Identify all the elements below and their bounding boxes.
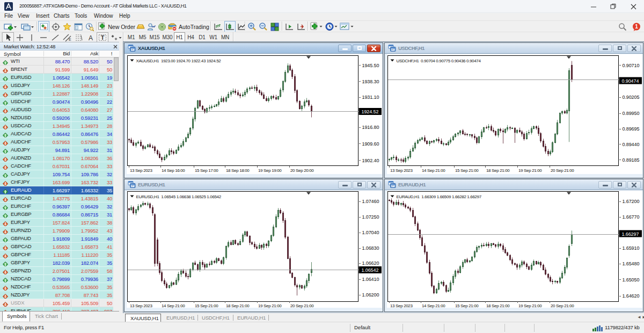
svg-text:1.65050: 1.65050 (623, 277, 640, 283)
svg-text:18 Sep 21:00: 18 Sep 21:00 (486, 168, 510, 173)
svg-text:19 Sep 21:00: 19 Sep 21:00 (518, 168, 542, 173)
svg-text:1.07040: 1.07040 (362, 230, 379, 235)
svg-text:14 Sep 21:00: 14 Sep 21:00 (422, 168, 445, 173)
svg-text:0.90710: 0.90710 (623, 63, 640, 68)
svg-text:1.64620: 1.64620 (623, 293, 640, 299)
svg-text:15 Sep 17:00: 15 Sep 17:00 (195, 168, 218, 173)
svg-text:19 Sep 21:00: 19 Sep 21:00 (258, 303, 282, 308)
svg-text:19 Sep 19:00: 19 Sep 19:00 (258, 168, 282, 173)
svg-text:0.89695: 0.89695 (623, 126, 640, 132)
svg-text:T: T (101, 34, 105, 41)
svg-text:0.89185: 0.89185 (623, 157, 640, 163)
svg-text:1909.60: 1909.60 (362, 141, 379, 147)
svg-text:13 Sep 2023: 13 Sep 2023 (130, 303, 152, 308)
svg-text:14 Sep 16:00: 14 Sep 16:00 (162, 168, 185, 173)
svg-text:18 Sep 18:00: 18 Sep 18:00 (226, 168, 250, 173)
svg-text:E: E (69, 38, 71, 41)
svg-text:EURAUD,H1 1.66309 1.66509 1.6: EURAUD,H1 1.66309 1.66509 1.66282 1.6629… (397, 194, 482, 199)
svg-text:1916.80: 1916.80 (362, 125, 379, 130)
svg-text:15 Sep 21:00: 15 Sep 21:00 (455, 168, 479, 173)
svg-text:19 Sep 21:00: 19 Sep 21:00 (518, 303, 542, 308)
svg-text:1.65480: 1.65480 (623, 261, 640, 266)
svg-text:1.65910: 1.65910 (623, 245, 640, 251)
svg-text:1.06830: 1.06830 (362, 245, 379, 251)
svg-text:1.67200: 1.67200 (623, 199, 640, 204)
svg-text:15 Sep 21:00: 15 Sep 21:00 (195, 303, 218, 308)
svg-text:EURUSD,H1 1.06545 1.06638 1.0: EURUSD,H1 1.06545 1.06638 1.06525 1.0654… (136, 194, 222, 199)
svg-text:0.89950: 0.89950 (623, 111, 640, 116)
svg-text:1902.40: 1902.40 (362, 158, 379, 163)
svg-text:20 Sep 21:00: 20 Sep 21:00 (290, 303, 314, 308)
svg-text:1.07460: 1.07460 (362, 199, 379, 204)
svg-text:1945.50: 1945.50 (362, 63, 379, 68)
svg-text:1938.30: 1938.30 (362, 79, 379, 84)
svg-text:1924.52: 1924.52 (362, 109, 379, 114)
svg-text:1.06200: 1.06200 (362, 292, 379, 298)
svg-text:A: A (89, 34, 93, 41)
svg-text:1.06542: 1.06542 (362, 267, 379, 273)
svg-text:1.06410: 1.06410 (362, 277, 379, 282)
svg-text:0.90205: 0.90205 (623, 95, 640, 100)
svg-text:14 Sep 21:00: 14 Sep 21:00 (162, 303, 185, 308)
svg-text:1.66297: 1.66297 (622, 231, 639, 237)
svg-text:20 Sep 21:00: 20 Sep 21:00 (551, 303, 574, 308)
svg-text:1.66770: 1.66770 (623, 214, 640, 220)
svg-text:13 Sep 2023: 13 Sep 2023 (390, 168, 413, 173)
svg-text:1.07250: 1.07250 (362, 214, 379, 220)
svg-text:USDCHF,H1 0.90704 0.90775 0.9: USDCHF,H1 0.90704 0.90775 0.90436 0.9047… (397, 59, 481, 63)
svg-text:18 Sep 21:00: 18 Sep 21:00 (486, 303, 510, 308)
svg-text:1931.10: 1931.10 (362, 95, 379, 100)
svg-text:20 Sep 20:00: 20 Sep 20:00 (290, 168, 314, 173)
svg-text:18 Sep 21:00: 18 Sep 21:00 (226, 303, 250, 308)
svg-text:0.89440: 0.89440 (623, 142, 640, 147)
svg-text:13 Sep 2023: 13 Sep 2023 (390, 303, 413, 308)
svg-text:13 Sep 2023: 13 Sep 2023 (130, 168, 152, 173)
svg-text:14 Sep 21:00: 14 Sep 21:00 (422, 303, 445, 308)
svg-text:1: 1 (635, 24, 638, 30)
svg-text:1.06620: 1.06620 (362, 260, 379, 266)
svg-text:20 Sep 21:00: 20 Sep 21:00 (551, 168, 574, 173)
svg-text:XAUUSD,H1 1923.00 1924.70 192: XAUUSD,H1 1923.00 1924.70 1922.43 1924.5… (136, 59, 222, 63)
svg-text:15 Sep 21:00: 15 Sep 21:00 (455, 303, 479, 308)
svg-text:0.90474: 0.90474 (622, 78, 639, 84)
